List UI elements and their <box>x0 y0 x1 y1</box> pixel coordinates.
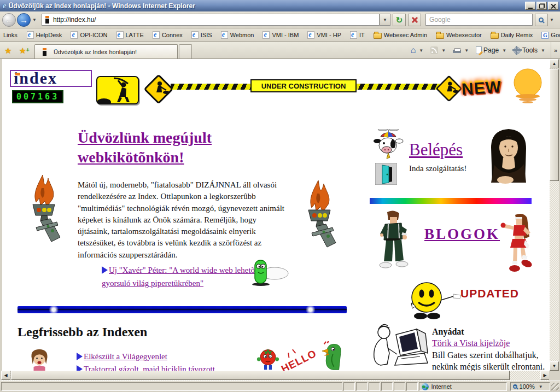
link-vmi-ibm[interactable]: VMI - IBM <box>259 30 302 40</box>
link-it[interactable]: IT <box>346 30 369 40</box>
link-connex[interactable]: Connex <box>149 30 186 40</box>
zoom-dropdown-icon[interactable]: ▼ <box>537 384 545 389</box>
tab-index-homepage[interactable]: Üdvözöljük az Index honlapján! <box>34 44 178 58</box>
index-logo-dash <box>15 73 20 75</box>
search-box[interactable] <box>425 14 533 26</box>
ie-icon <box>307 31 314 39</box>
index-logo: index <box>10 70 92 87</box>
navigation-bar: ← → ▼ ▼ ↻ ▼ <box>0 11 560 28</box>
refresh-icon: ↻ <box>396 16 403 24</box>
zoom-control[interactable]: 100% ▼ <box>510 382 551 391</box>
index-favicon <box>45 16 50 24</box>
sunset-icon <box>511 68 545 104</box>
blogs-link[interactable]: BLOGOK <box>424 226 500 243</box>
links-label: Links <box>3 32 18 38</box>
fighter-sprite-icon <box>376 210 411 273</box>
back-button[interactable]: ← <box>2 13 16 27</box>
window-title: Üdvözöljük az Index honlapján! - Windows… <box>9 2 525 10</box>
ie-icon <box>350 31 357 39</box>
home-button[interactable]: ⌂▼ <box>408 44 428 57</box>
visitor-counter: 007163 <box>12 90 63 103</box>
link-google[interactable]: GGoogle <box>538 31 560 40</box>
address-bar[interactable] <box>42 14 380 26</box>
minimize-button[interactable] <box>525 2 535 10</box>
under-construction-banner: UNDER CONSTRUCTION <box>250 79 357 92</box>
ie-icon <box>221 31 228 39</box>
new-tab-button[interactable] <box>179 44 192 58</box>
tab-title: Üdvözöljük az Index honlapján! <box>54 49 137 55</box>
address-input[interactable] <box>53 15 379 25</box>
link-helpdesk[interactable]: HelpDesk <box>23 30 66 40</box>
address-dropdown-button[interactable]: ▼ <box>380 14 390 26</box>
page-menu-button[interactable]: Page▼ <box>473 44 511 57</box>
horizontal-scroll-thumb[interactable] <box>11 371 510 380</box>
scroll-down-button[interactable]: ▼ <box>550 361 559 371</box>
vertical-scrollbar[interactable]: ▲ ▼ <box>550 59 559 371</box>
door-icon <box>375 163 397 185</box>
fighter-girl-sprite-icon <box>497 213 536 276</box>
refresh-button[interactable]: ↻ <box>393 14 406 26</box>
link-vmi-hp[interactable]: VMI - HP <box>304 30 345 40</box>
vertical-scroll-thumb[interactable] <box>550 69 559 181</box>
blue-divider <box>18 306 347 313</box>
scroll-right-button[interactable]: ▶ <box>540 371 550 380</box>
gear-icon <box>514 47 521 54</box>
forward-button[interactable]: → <box>17 13 31 27</box>
digging-man-icon <box>97 77 138 103</box>
restore-button[interactable] <box>536 2 547 10</box>
folder-icon <box>374 33 382 39</box>
history-dropdown-icon[interactable]: ▼ <box>31 17 38 22</box>
zoom-level: 100% <box>520 383 535 390</box>
welcome-heading-link[interactable]: Üdvözlünk megújult webkikötõnkön! <box>78 128 242 167</box>
ie-icon <box>153 31 160 39</box>
link-latte[interactable]: LATTE <box>113 30 148 40</box>
resize-grip[interactable] <box>551 383 559 390</box>
link-isis[interactable]: ISIS <box>188 30 216 40</box>
add-favorite-icon[interactable]: ★ <box>14 46 28 58</box>
link-webexec-admin[interactable]: Webexec Admin <box>370 31 431 40</box>
latest-item-row: Elkészült a Világegyenlet <box>77 352 167 361</box>
page-icon <box>476 46 482 54</box>
command-overflow-chevron-icon[interactable]: » <box>551 42 560 58</box>
window-controls <box>525 2 558 10</box>
scroll-left-button[interactable]: ◀ <box>1 371 10 380</box>
anyadat-text-line2: nekünk mégis sikerült elrontani. <box>432 362 545 371</box>
horizontal-scrollbar[interactable]: ◀ ▶ <box>1 371 550 381</box>
triangle-bullet-icon <box>77 353 83 360</box>
link-opi-icon[interactable]: OPI-ICON <box>67 30 111 40</box>
print-button[interactable]: ▼ <box>450 44 473 57</box>
scrollbar-corner <box>549 371 560 381</box>
search-button[interactable] <box>535 14 548 26</box>
zone-label: Internet <box>431 383 452 390</box>
latest-link-vilagegyenlet[interactable]: Elkészült a Világegyenlet <box>84 352 167 361</box>
torch-icon <box>22 174 63 249</box>
latest-item-row: Traktorral gázolt, majd biciklin távozot… <box>77 365 215 371</box>
link-daily-remix[interactable]: Daily Remix <box>487 31 537 40</box>
link-webmon[interactable]: Webmon <box>217 30 258 40</box>
close-button[interactable] <box>548 2 558 10</box>
google-icon: G <box>541 32 549 39</box>
triangle-bullet-icon <box>102 266 108 274</box>
titlebar: e Üdvözöljük az Index honlapján! - Windo… <box>0 0 560 11</box>
green-mascot-icon <box>247 258 289 286</box>
scroll-up-button[interactable]: ▲ <box>550 59 559 68</box>
search-input[interactable] <box>429 16 532 24</box>
login-link[interactable]: Belépés <box>409 140 463 160</box>
tools-menu-button[interactable]: Tools▼ <box>511 44 550 57</box>
ie-logo-icon: e <box>3 1 7 10</box>
tab-bar: ★ ★ Üdvözöljük az Index honlapján! ⌂▼ ▼ … <box>0 42 560 59</box>
rainbow-divider <box>370 198 532 204</box>
security-zone-cell: Internet <box>419 382 507 391</box>
cow-icon <box>372 129 405 162</box>
feeds-button[interactable]: ▼ <box>428 44 450 57</box>
printer-icon <box>453 48 461 54</box>
latest-link-traktor[interactable]: Traktorral gázolt, majd biciklin távozot… <box>84 365 215 371</box>
search-options-dropdown-icon[interactable]: ▼ <box>548 17 556 22</box>
triangle-bullet-icon <box>77 365 83 371</box>
vista-article-link[interactable]: Törik a Vista kijelzõje <box>432 338 510 348</box>
link-webexecutor[interactable]: Webexecutor <box>432 31 486 40</box>
internet-globe-icon <box>422 383 429 390</box>
favorites-star-icon[interactable]: ★ <box>0 46 14 58</box>
stop-button[interactable] <box>408 14 421 26</box>
command-bar: ⌂▼ ▼ ▼ Page▼ Tools▼ <box>408 42 551 58</box>
